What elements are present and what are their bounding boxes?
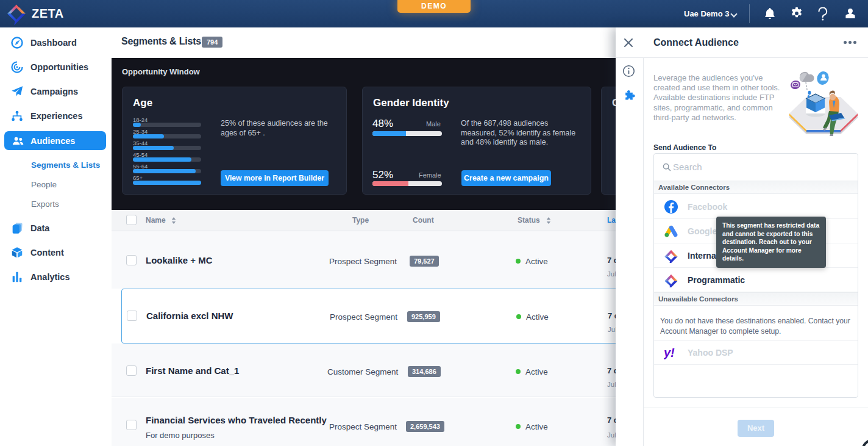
svg-text:y!: y! <box>664 346 675 359</box>
